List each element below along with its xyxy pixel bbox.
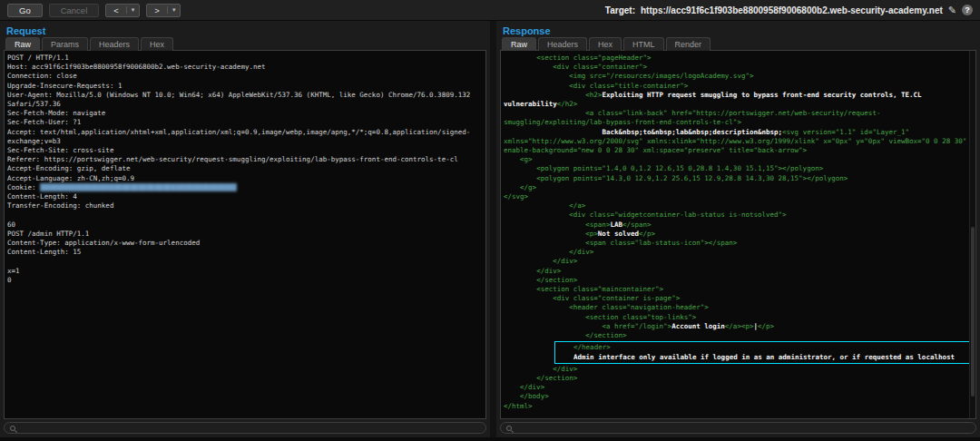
message-panes: Request RawParamsHeadersHex POST / HTTP/… <box>0 21 980 437</box>
target-bar: Target: https://acc91f6c1f903be8800958f9… <box>605 5 973 16</box>
request-search-input[interactable] <box>19 424 480 432</box>
code-line: POST / HTTP/1.1 <box>7 54 483 63</box>
code-line: <section class="top-links"> <box>504 313 973 322</box>
code-line: </g> <box>504 183 973 192</box>
code-line: Upgrade-Insecure-Requests: 1 <box>7 82 483 91</box>
code-line: 0 <box>7 276 483 285</box>
code-line: <a class="link-back" href="https://ports… <box>504 109 973 127</box>
code-line: </div> <box>504 248 973 257</box>
search-icon <box>10 426 15 431</box>
code-line: Content-Length: 15 <box>7 248 483 257</box>
code-line: x=1 <box>7 267 483 276</box>
tab-headers[interactable]: Headers <box>538 37 587 51</box>
request-search-bar <box>4 422 486 434</box>
toolbar: Go Cancel < ▾ > ▾ Target: https://acc91f… <box>0 0 980 21</box>
response-search-input[interactable] <box>515 424 970 432</box>
next-request-button[interactable]: > ▾ <box>146 4 181 17</box>
code-line: <div class="container"> <box>504 63 973 72</box>
code-line: Sec-Fetch-User: ?1 <box>7 118 483 127</box>
code-line: </svg> <box>504 192 973 201</box>
request-editor[interactable]: POST / HTTP/1.1Host: acc91f6c1f903be8800… <box>4 50 486 419</box>
code-line: Cookie: ████████████████████████████████… <box>7 183 483 192</box>
tab-html[interactable]: HTML <box>623 37 664 51</box>
code-line: <img src="/resources/images/logoAcademy.… <box>504 72 973 81</box>
scrollbar-thumb[interactable] <box>971 227 975 396</box>
prev-label: < <box>106 5 126 15</box>
code-line: <g> <box>504 155 973 164</box>
code-line: </section> <box>504 374 973 383</box>
code-line: Referer: https://portswigger.net/web-sec… <box>7 155 483 164</box>
panel-splitter[interactable] <box>490 21 496 437</box>
prev-request-button[interactable]: < ▾ <box>105 4 140 17</box>
code-line: <span class="lab-status-icon"></span> <box>504 239 973 248</box>
search-icon <box>506 426 512 431</box>
code-line: </div> <box>504 257 973 266</box>
tab-headers[interactable]: Headers <box>90 37 139 51</box>
code-line: </a> <box>504 201 973 211</box>
code-line: <div class="widgetcontainer-lab-status i… <box>504 211 973 220</box>
code-line: <div class="title-container"> <box>504 82 973 91</box>
code-line: Connection: close <box>7 72 483 81</box>
code-line <box>7 211 483 220</box>
code-line: </div> <box>504 383 973 392</box>
code-line: Sec-Fetch-Mode: navigate <box>7 109 483 118</box>
response-editor[interactable]: <section class="pageHeader"> <div class=… <box>500 50 976 419</box>
next-label: > <box>147 5 167 15</box>
code-line: Accept-Encoding: gzip, deflate <box>7 164 483 173</box>
target-label: Target: <box>605 5 635 15</box>
code-line: </section> <box>504 331 973 340</box>
chevron-down-icon[interactable]: ▾ <box>126 6 140 14</box>
code-line: <h2>Exploiting HTTP request smuggling to… <box>504 91 973 109</box>
code-line: </div> <box>504 267 973 276</box>
code-line: </header> <box>557 343 968 352</box>
chevron-down-icon[interactable]: ▾ <box>167 6 181 14</box>
code-line: </section> <box>504 276 973 285</box>
code-line: 60 <box>7 220 483 230</box>
tab-render[interactable]: Render <box>666 37 711 51</box>
code-line: User-Agent: Mozilla/5.0 (Windows NT 10.0… <box>7 91 483 109</box>
code-line: <polygon points="14.3,0 12.9,1.2 25.6,15… <box>504 174 973 183</box>
code-line: <p>Not solved</p> <box>504 230 973 239</box>
edit-target-icon[interactable]: ✎ <box>948 5 956 16</box>
code-line: Back&nbsp;to&nbsp;lab&nbsp;description&n… <box>504 128 973 156</box>
request-tabs: RawParamsHeadersHex <box>4 37 486 51</box>
response-panel-title: Response <box>500 23 976 37</box>
code-line: Accept-Language: zh-CN,zh;q=0.9 <box>7 174 483 183</box>
code-line: Host: acc91f6c1f903be8800958f9006800b2.w… <box>7 63 483 72</box>
tab-hex[interactable]: Hex <box>141 37 173 51</box>
cancel-button[interactable]: Cancel <box>49 4 100 17</box>
tab-hex[interactable]: Hex <box>589 37 622 51</box>
response-search-bar <box>500 422 976 434</box>
response-tabs: RawHeadersHexHTMLRender <box>500 37 976 51</box>
request-panel-title: Request <box>4 23 486 37</box>
tab-raw[interactable]: Raw <box>5 37 40 51</box>
code-line: <span>LAB</span> <box>504 220 973 230</box>
code-line: Admin interface only available if logged… <box>557 353 968 362</box>
code-line: Content-Length: 4 <box>7 192 483 201</box>
tab-raw[interactable]: Raw <box>502 37 536 51</box>
search-highlight-box: </header> Admin interface only available… <box>554 341 971 363</box>
response-panel: Response RawHeadersHexHTMLRender <sectio… <box>496 21 980 437</box>
request-panel: Request RawParamsHeadersHex POST / HTTP/… <box>0 21 490 437</box>
target-url: https://acc91f6c1f903be8800958f9006800b2… <box>641 5 943 15</box>
code-line: </div> <box>504 365 973 374</box>
code-line: Sec-Fetch-Site: cross-site <box>7 146 483 155</box>
code-line: <section class="pageHeader"> <box>504 54 973 63</box>
code-line: Accept: text/html,application/xhtml+xml,… <box>7 128 483 146</box>
code-line: <a href="/login">Account login</a><p>|</… <box>504 322 973 331</box>
code-line: <div class="container is-page"> <box>504 294 973 303</box>
code-line: <polygon points="1.4,0 0,1.2 12.6,15 0,2… <box>504 164 973 173</box>
help-icon[interactable]: ? <box>962 5 973 15</box>
tab-params[interactable]: Params <box>42 37 88 51</box>
response-scrollbar[interactable] <box>969 51 975 418</box>
code-line: </body> <box>504 392 973 401</box>
code-line: Transfer-Encoding: chunked <box>7 201 483 211</box>
window-bottom-edge <box>0 437 980 441</box>
code-line <box>7 257 483 266</box>
code-line: </html> <box>504 402 973 411</box>
code-line: Content-Type: application/x-www-form-url… <box>7 239 483 248</box>
code-line: POST /admin HTTP/1.1 <box>7 230 483 239</box>
code-line: <header class="navigation-header"> <box>504 303 973 312</box>
code-line: <section class="maincontainer"> <box>504 285 973 294</box>
go-button[interactable]: Go <box>7 4 43 17</box>
